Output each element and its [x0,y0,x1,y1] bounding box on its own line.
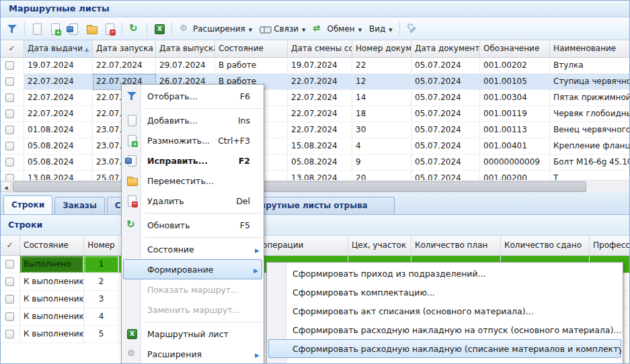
cell-date-issued[interactable]: 05.08.2024 [24,154,93,171]
row-checkbox[interactable] [5,260,14,269]
row-checkbox[interactable] [5,77,14,86]
cell-name[interactable]: Т [550,171,630,180]
context-menu-item[interactable]: Добавить... Ins [122,110,264,130]
cell-doc-number[interactable]: 30 [352,122,411,138]
cell-launch-date[interactable]: 22.07.2024 [93,58,156,74]
row-checkbox[interactable] [5,126,14,134]
cell-line-number[interactable]: 2 [84,273,119,291]
row-checkbox[interactable] [5,61,14,70]
cell-line-number[interactable]: 3 [84,291,119,308]
route-sheet-row[interactable]: 22.07.2024 22.07.2024 22.07.2024 14 05.0… [0,90,630,106]
move-button[interactable] [83,21,100,37]
context-menu-item[interactable]: Формирование [123,259,262,279]
check-column-header[interactable]: ✓ [0,40,24,57]
row-checkbox[interactable] [5,312,14,321]
column-header-line-state[interactable]: Состояние [20,236,84,255]
cell-designation[interactable]: 00000000009 [480,154,550,171]
context-menu-item[interactable]: Удалить Del [122,191,264,211]
context-menu-item[interactable]: Маршрутный лист [122,324,264,344]
context-menu-item[interactable]: Обновить F5 [122,215,264,235]
scrollbar-thumb[interactable] [13,181,586,192]
cell-doc-number[interactable]: 4 [352,138,411,154]
cell-state-change-date[interactable]: 19.07.2024 [288,58,352,74]
tab[interactable]: Заказы [54,197,105,214]
exchange-button[interactable]: Обмен [310,21,364,37]
excel-button[interactable] [151,21,167,37]
cell-state[interactable]: В работе [215,58,288,74]
route-sheet-row[interactable]: 13.08.2024 25.07.2024 13.08.2024 20 05.0… [0,171,630,180]
scroll-left-arrow[interactable] [1,181,11,192]
cell-release-date[interactable]: 29.07.2024 [156,58,215,74]
cell-name[interactable]: Крепление фланцев [550,138,630,154]
column-header-state-change-date[interactable]: Дата смены сос [288,40,352,57]
column-header-name[interactable]: Наименование [550,40,630,57]
cell-doc-number[interactable]: 12 [352,74,411,90]
cell-name[interactable]: Втулка [550,58,630,74]
cell-line-state[interactable]: К выполнению [20,308,84,326]
refresh-button[interactable] [126,21,143,37]
cell-designation[interactable]: 001.00401 [480,138,550,154]
view-button[interactable]: Вид [366,21,395,37]
cell-line-number[interactable]: 1 [84,256,119,273]
column-header-date-issued[interactable]: Дата выдачи [24,40,93,57]
cell-state-change-date[interactable]: 22.07.2024 [288,122,352,138]
cell-doc-date[interactable]: 05.07.2024 [411,106,480,122]
column-header-doc-date[interactable]: Дата документа [411,40,480,57]
row-checkbox[interactable] [5,93,14,102]
cell-doc-number[interactable]: 20 [352,171,411,180]
route-sheet-row[interactable]: 22.07.2024 22.07.2024 22.07.2024 18 05.0… [0,106,630,122]
column-header-line-number[interactable]: Номер [84,236,119,255]
cell-line-state[interactable]: К выполнению [20,291,84,308]
column-header-designation[interactable]: Обозначение [480,40,550,57]
submenu-item[interactable]: Сформировать расходную накладную (списан… [268,339,621,358]
context-menu-item[interactable]: Расширения [122,344,264,364]
column-header-profession[interactable]: Профессия [590,236,630,255]
column-header-doc-number[interactable]: Номер докум [352,40,411,57]
cell-doc-number[interactable]: 9 [352,154,411,171]
cell-designation[interactable]: 001.00200 [480,171,550,180]
row-checkbox[interactable] [5,158,14,167]
route-sheet-row[interactable]: 01.08.2024 23.07.2024 22.07.2024 30 05.0… [0,122,630,138]
column-header-launch-date[interactable]: Дата запуска пл [93,40,156,57]
cell-doc-date[interactable]: 05.07.2024 [411,122,480,138]
cell-date-issued[interactable]: 22.07.2024 [24,106,93,122]
cell-doc-date[interactable]: 05.07.2024 [411,138,480,154]
cell-date-issued[interactable]: 01.08.2024 [24,122,93,138]
column-header-state[interactable]: Состояние [215,40,288,57]
route-sheet-row[interactable]: 05.08.2024 23.07.2024 05.08.2024 9 05.07… [0,154,630,171]
check-column-header[interactable]: ✓ [0,236,20,255]
duplicate-button[interactable] [47,21,63,37]
cell-name[interactable]: Венец червячного к [550,122,630,138]
route-sheet-row[interactable]: 05.08.2024 23.07.2024 15.08.2024 4 05.07… [0,138,630,154]
cell-state-change-date[interactable]: 22.07.2024 [288,74,352,90]
row-checkbox[interactable] [5,174,14,180]
submenu-item[interactable]: Сформировать расходную накладную на отпу… [267,320,623,339]
add-button[interactable] [29,21,45,37]
column-header-qty-done[interactable]: Количество сдано [501,236,590,255]
cell-line-state[interactable]: К выполнению [20,273,84,291]
context-menu-item[interactable]: Заменить маршрут... [122,300,264,320]
horizontal-scrollbar[interactable] [0,180,630,193]
extensions-button[interactable]: Расширения [176,21,255,37]
filter-button[interactable] [4,21,20,37]
cell-designation[interactable]: 001.00113 [480,122,550,138]
cell-date-issued[interactable]: 19.07.2024 [24,58,93,74]
cell-line-number[interactable]: 4 [84,308,119,326]
cell-state-change-date[interactable]: 13.08.2024 [288,171,352,180]
context-menu-item[interactable]: Исправить... F2 [122,150,264,171]
row-checkbox[interactable] [5,109,14,118]
cell-state-change-date[interactable]: 22.07.2024 [288,90,352,106]
submenu-item[interactable]: Сформировать приход из подразделений... [267,264,623,283]
cell-name[interactable]: Пятак прижимной [550,90,630,106]
cell-designation[interactable]: 001.00105 [480,74,550,90]
links-button[interactable]: Связи [257,21,308,37]
cell-date-issued[interactable]: 22.07.2024 [24,74,93,90]
cell-doc-number[interactable]: 14 [352,90,411,106]
cell-doc-date[interactable]: 05.07.2024 [411,90,480,106]
cell-name[interactable]: Ступица червячного [550,74,630,90]
submenu-item[interactable]: Сформировать комплектацию... [267,283,623,302]
cell-doc-date[interactable]: 05.07.2024 [411,171,480,180]
cell-designation[interactable]: 001.00119 [480,106,550,122]
settings-wrench-button[interactable] [404,21,420,37]
route-sheet-row[interactable]: 19.07.2024 22.07.2024 29.07.2024 В работ… [0,58,630,74]
